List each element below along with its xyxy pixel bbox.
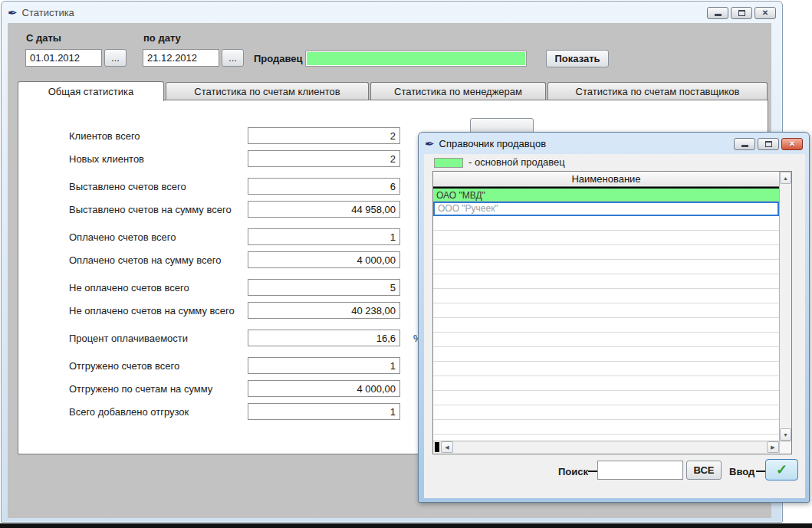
seller-input[interactable] (305, 51, 527, 67)
empty-row[interactable] (433, 289, 779, 303)
seller-directory-dialog: ✒ Справочник продавцов ✕ - основной прод… (418, 132, 810, 503)
maximize-icon (738, 10, 745, 16)
scroll-left-button[interactable]: ◀ (441, 441, 453, 453)
stat-label-7: Не оплачено счетов всего (69, 282, 189, 294)
close-button[interactable]: ✕ (754, 7, 776, 19)
triangle-left-icon: ◀ (445, 444, 449, 451)
close-icon: ✕ (789, 140, 795, 148)
empty-row[interactable] (433, 231, 779, 245)
to-date-label: по дату (143, 32, 181, 44)
minimize-icon (741, 145, 748, 147)
from-date-input[interactable] (25, 49, 102, 67)
maximize-icon (765, 141, 772, 147)
confirm-button[interactable]: ✓ (765, 459, 798, 480)
from-date-label: С даты (26, 32, 61, 44)
horizontal-scrollbar[interactable]: ◀ ▶ (433, 441, 791, 454)
empty-row[interactable] (433, 362, 779, 376)
tab-2[interactable]: Статистика по счетам клиентов (166, 82, 369, 100)
empty-row[interactable] (433, 216, 779, 231)
stat-value-8[interactable] (248, 302, 400, 319)
pen-icon: ✒ (425, 138, 435, 149)
search-input[interactable] (597, 461, 683, 480)
dialog-titlebar[interactable]: ✒ Справочник продавцов ✕ (419, 133, 809, 154)
show-button[interactable]: Показать (546, 50, 609, 67)
scroll-right-button[interactable]: ▶ (767, 441, 779, 453)
stat-label-10: Отгружено счетов всего (69, 360, 179, 372)
vertical-scroll-track[interactable] (780, 184, 791, 428)
scrollbar-corner (779, 441, 791, 454)
stat-label-6: Оплачено счетов на сумму всего (69, 254, 221, 266)
horizontal-scroll-thumb[interactable] (435, 442, 439, 452)
tab-4[interactable]: Статистика по счетам поставщиков (547, 82, 768, 100)
dialog-close-button[interactable]: ✕ (781, 138, 803, 150)
stat-value-10[interactable] (248, 357, 400, 374)
triangle-right-icon: ▶ (771, 444, 774, 451)
empty-row[interactable] (433, 376, 779, 391)
stat-label-12: Всего добавлено отгрузок (69, 406, 189, 418)
dialog-minimize-button[interactable] (734, 138, 755, 150)
tab-3[interactable]: Статистика по менеджерам (370, 82, 546, 100)
empty-row[interactable] (433, 391, 779, 405)
seller-list: Наименование ОАО "МВД"ООО "Ручеек" ▲ ▼ ◀… (432, 171, 792, 454)
triangle-up-icon: ▲ (783, 175, 788, 181)
stat-value-2[interactable] (248, 150, 400, 167)
stat-label-1: Клиентов всего (69, 130, 140, 142)
empty-row[interactable] (433, 245, 779, 260)
all-button[interactable]: ВСЕ (686, 461, 722, 480)
check-icon: ✓ (776, 463, 787, 477)
dialog-title: Справочник продавцов (439, 138, 546, 149)
seller-row-2[interactable]: ООО "Ручеек" (433, 202, 779, 216)
triangle-down-icon: ▼ (783, 432, 788, 438)
to-date-browse-button[interactable]: ... (222, 49, 244, 67)
empty-row[interactable] (433, 333, 779, 347)
stat-value-11[interactable] (248, 380, 400, 397)
pen-icon: ✒ (8, 7, 18, 18)
horizontal-scroll-track[interactable] (453, 441, 767, 454)
empty-row[interactable] (433, 405, 779, 420)
seller-label: Продавец (254, 53, 303, 64)
stat-label-8: Не оплачено счетов на сумму всего (69, 305, 235, 316)
maximize-button[interactable] (731, 7, 752, 19)
seller-row-1[interactable]: ОАО "МВД" (433, 187, 779, 202)
empty-row[interactable] (433, 274, 779, 289)
stat-value-1[interactable] (248, 127, 400, 144)
tab-bar: Общая статистикаСтатистика по счетам кли… (18, 80, 771, 100)
empty-row[interactable] (433, 260, 779, 274)
stat-label-11: Отгружено по счетам на сумму (69, 383, 212, 395)
primary-seller-swatch (434, 158, 463, 168)
stat-value-6[interactable] (248, 251, 400, 268)
search-label: Поиск (558, 466, 588, 477)
scroll-down-button[interactable]: ▼ (780, 428, 791, 441)
from-date-browse-button[interactable]: ... (104, 49, 127, 67)
to-date-input[interactable] (143, 49, 219, 67)
scroll-up-button[interactable]: ▲ (780, 172, 791, 184)
stat-label-5: Оплачено счетов всего (69, 231, 176, 243)
stat-value-7[interactable] (248, 279, 400, 296)
empty-row[interactable] (433, 347, 779, 362)
empty-row[interactable] (433, 420, 779, 435)
tab-1[interactable]: Общая статистика (18, 81, 164, 101)
close-icon: ✕ (762, 9, 768, 17)
minimize-button[interactable] (707, 7, 728, 19)
stat-label-4: Выставлено счетов на сумму всего (69, 204, 232, 215)
column-header-name[interactable]: Наименование (433, 172, 779, 187)
main-titlebar[interactable]: ✒ Статистика ✕ (2, 2, 782, 23)
stat-label-2: Новых клиентов (69, 153, 144, 165)
stat-value-12[interactable] (248, 403, 400, 420)
primary-seller-legend: - основной продавец (468, 156, 565, 168)
minimize-icon (715, 14, 722, 16)
stat-label-9: Процент оплачиваемости (69, 333, 188, 344)
stat-value-3[interactable] (248, 178, 400, 195)
stat-label-3: Выставлено счетов всего (69, 181, 186, 192)
dialog-maximize-button[interactable] (758, 138, 779, 150)
screen-bottom-strip (0, 523, 812, 528)
stat-value-4[interactable] (248, 201, 400, 218)
window-title: Статистика (22, 7, 74, 18)
empty-row[interactable] (433, 303, 779, 318)
vertical-scrollbar[interactable]: ▲ ▼ (779, 172, 791, 441)
seller-list-rows: ОАО "МВД"ООО "Ручеек" (433, 187, 779, 441)
stat-value-5[interactable] (248, 228, 400, 245)
stat-value-9[interactable] (248, 330, 400, 346)
dialog-client-area: - основной продавец Наименование ОАО "МВ… (424, 154, 805, 498)
empty-row[interactable] (433, 318, 779, 333)
